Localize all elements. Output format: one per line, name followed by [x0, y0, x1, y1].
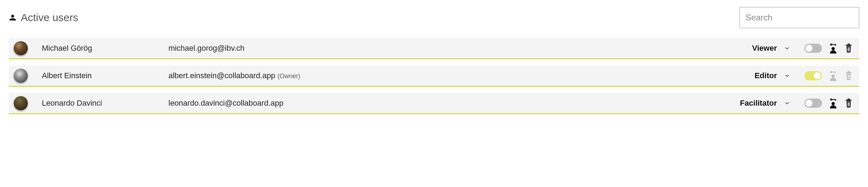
role-dropdown[interactable]: Facilitator	[730, 99, 790, 108]
user-email-text: michael.gorog@ibv.ch	[168, 44, 244, 52]
avatar	[14, 96, 28, 110]
person-icon	[9, 14, 17, 21]
role-label: Facilitator	[740, 99, 777, 108]
svg-point-0	[830, 44, 832, 46]
key-person-icon[interactable]	[828, 43, 838, 54]
svg-point-9	[830, 71, 832, 73]
role-label: Editor	[754, 71, 777, 80]
permission-toggle[interactable]	[804, 71, 822, 80]
user-email-text: leonardo.davinci@collaboard.app	[168, 99, 283, 107]
role-label: Viewer	[752, 44, 777, 53]
key-person-icon[interactable]	[828, 98, 838, 108]
chevron-down-icon	[784, 100, 790, 106]
trash-icon[interactable]	[844, 98, 853, 108]
toggle-knob	[814, 72, 821, 79]
permission-toggle[interactable]	[804, 44, 822, 53]
user-row: Albert Einsteinalbert.einstein@collaboar…	[9, 66, 859, 87]
svg-rect-16	[848, 75, 849, 79]
permission-toggle[interactable]	[804, 99, 822, 108]
svg-point-21	[831, 102, 835, 105]
header-row: Active users	[9, 7, 859, 28]
svg-point-3	[831, 47, 835, 50]
chevron-down-icon	[784, 73, 790, 79]
svg-rect-23	[848, 99, 850, 100]
key-person-icon	[828, 70, 838, 81]
chevron-down-icon	[784, 45, 790, 51]
user-list: Michael Görögmichael.gorog@ibv.chViewerA…	[9, 38, 859, 114]
trash-icon	[844, 71, 853, 81]
svg-rect-4	[846, 45, 851, 46]
svg-rect-8	[849, 47, 850, 51]
svg-rect-2	[835, 44, 836, 46]
svg-rect-20	[835, 99, 836, 101]
user-name: Michael Görög	[28, 44, 168, 53]
role-dropdown[interactable]: Editor	[730, 71, 790, 80]
svg-rect-26	[849, 102, 850, 106]
svg-point-18	[830, 99, 832, 101]
svg-rect-6	[848, 47, 848, 51]
svg-rect-15	[848, 75, 848, 79]
row-actions	[804, 43, 853, 54]
svg-rect-7	[848, 47, 849, 51]
row-actions	[804, 70, 853, 81]
svg-point-12	[831, 75, 835, 78]
svg-rect-24	[848, 102, 848, 106]
user-email-text: albert.einstein@collaboard.app	[168, 71, 275, 80]
trash-icon[interactable]	[844, 43, 853, 53]
user-row: Michael Görögmichael.gorog@ibv.chViewer	[9, 38, 859, 59]
svg-rect-17	[849, 75, 850, 79]
svg-rect-11	[835, 71, 836, 73]
user-row: Leonardo Davincileonardo.davinci@collabo…	[9, 93, 859, 114]
svg-rect-25	[848, 102, 849, 106]
avatar	[14, 41, 28, 55]
avatar	[14, 69, 28, 83]
user-name: Albert Einstein	[28, 71, 168, 80]
role-dropdown[interactable]: Viewer	[730, 44, 790, 53]
toggle-knob	[805, 100, 812, 107]
title-group: Active users	[9, 12, 78, 24]
search-input[interactable]	[740, 7, 859, 28]
user-email: leonardo.davinci@collaboard.app	[168, 99, 730, 108]
user-name: Leonardo Davinci	[28, 99, 168, 108]
user-email: albert.einstein@collaboard.app(Owner)	[168, 71, 730, 80]
svg-rect-22	[846, 100, 851, 101]
svg-rect-14	[848, 71, 850, 72]
page-title: Active users	[21, 12, 78, 24]
svg-rect-13	[846, 72, 851, 73]
svg-rect-5	[848, 44, 850, 45]
toggle-knob	[805, 45, 812, 52]
row-actions	[804, 98, 853, 108]
user-email: michael.gorog@ibv.ch	[168, 44, 730, 53]
owner-tag: (Owner)	[277, 73, 300, 80]
